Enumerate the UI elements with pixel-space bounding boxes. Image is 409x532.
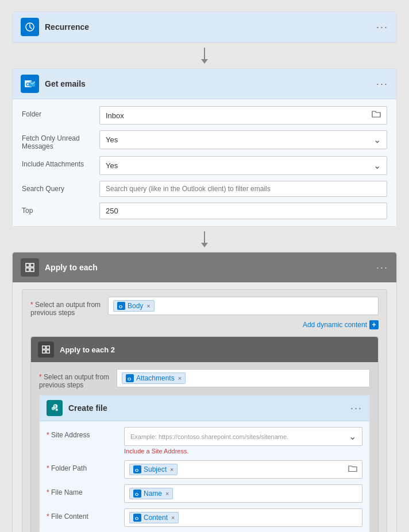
folder-path-control: O Subject × — [124, 460, 362, 479]
site-address-label: Site Address — [47, 427, 124, 439]
recurrence-menu[interactable]: ··· — [376, 21, 388, 33]
get-emails-menu[interactable]: ··· — [376, 78, 388, 90]
svg-rect-5 — [30, 263, 34, 267]
content-token-icon: O — [133, 514, 141, 522]
get-emails-title: Get emails — [45, 79, 376, 88]
apply-select-output-control: O Body × — [108, 297, 379, 315]
apply-select-output-label: Select an output from previous steps — [30, 297, 108, 317]
connector-2 — [201, 227, 208, 252]
subject-token-close[interactable]: × — [170, 466, 173, 473]
file-content-field[interactable]: O Content × — [124, 508, 362, 527]
apply-inner: Select an output from previous steps O B… — [22, 289, 387, 532]
body-token-field[interactable]: O Body × — [108, 297, 379, 315]
svg-rect-6 — [26, 268, 29, 271]
name-token: O Name × — [129, 488, 173, 499]
flow-container: Recurrence ··· O Get emails ··· Fol — [12, 11, 397, 532]
search-query-control — [99, 181, 387, 197]
folder-path-folder-icon — [348, 465, 357, 474]
folder-label: Folder — [22, 106, 99, 118]
apply-to-each-2-title: Apply to each 2 — [60, 345, 359, 354]
site-address-select[interactable]: Example: https://contoso.sharepoint.com/… — [124, 427, 362, 446]
top-label: Top — [22, 203, 99, 215]
body-token-close[interactable]: × — [146, 302, 150, 309]
fetch-unread-select[interactable]: Yes ⌄ — [99, 130, 387, 149]
name-token-label: Name — [144, 490, 162, 498]
svg-rect-11 — [43, 350, 45, 353]
token-outlook-icon: O — [117, 302, 125, 310]
file-content-row: File Content O — [47, 508, 362, 527]
attachments-token-field[interactable]: O Attachments × — [117, 369, 370, 387]
attachments-token-close[interactable]: × — [178, 375, 182, 382]
recurrence-card: Recurrence ··· — [12, 11, 397, 43]
folder-row: Folder Inbox — [22, 106, 387, 125]
include-attachments-control: Yes ⌄ — [99, 156, 387, 175]
apply-icon — [21, 258, 39, 277]
folder-path-field[interactable]: O Subject × — [124, 460, 362, 479]
apply-header: Apply to each ··· — [13, 253, 396, 282]
apply-to-each-2-menu[interactable]: ··· — [359, 344, 371, 356]
apply-2-select-output-control: O Attachments × — [117, 369, 370, 387]
file-content-control: O Content × — [124, 508, 362, 527]
site-address-control: Example: https://contoso.sharepoint.com/… — [124, 427, 362, 455]
get-emails-card: O Get emails ··· Folder Inbox — [12, 68, 397, 227]
get-emails-body: Folder Inbox Fetch Only Unread Messages — [13, 99, 396, 226]
subject-token-label: Subject — [144, 465, 167, 473]
add-dynamic-label: Add dynamic content — [303, 321, 367, 329]
recurrence-header: Recurrence ··· — [13, 12, 396, 42]
top-row: Top 250 — [22, 203, 387, 219]
svg-rect-12 — [47, 350, 49, 353]
svg-text:S: S — [54, 405, 56, 408]
apply-to-each-2-body: Select an output from previous steps O — [31, 362, 378, 532]
name-token-close[interactable]: × — [165, 490, 169, 497]
add-dynamic-plus-icon: + — [369, 320, 379, 329]
apply-to-each-card: Apply to each ··· Select an output from … — [12, 252, 397, 532]
folder-value: Inbox — [106, 111, 124, 120]
search-query-row: Search Query — [22, 181, 387, 197]
apply-select-output-row: Select an output from previous steps O B… — [30, 297, 379, 317]
apply-2-select-output-label: Select an output from previous steps — [39, 369, 117, 389]
svg-text:O: O — [26, 81, 30, 87]
top-input[interactable]: 250 — [99, 203, 387, 219]
top-control: 250 — [99, 203, 387, 219]
apply-title: Apply to each — [45, 263, 376, 272]
apply-menu[interactable]: ··· — [376, 262, 388, 274]
subject-token-icon: O — [133, 465, 141, 473]
svg-text:O: O — [128, 376, 131, 381]
body-token: O Body × — [113, 300, 155, 312]
site-address-row: Site Address Example: https://contoso.sh… — [47, 427, 362, 455]
create-file-title: Create file — [68, 403, 350, 413]
search-query-label: Search Query — [22, 181, 99, 193]
svg-text:O: O — [135, 492, 138, 496]
attachments-token: O Attachments × — [122, 372, 186, 384]
fetch-unread-value: Yes — [106, 135, 118, 144]
recurrence-title: Recurrence — [45, 22, 376, 32]
attachments-token-outlook-icon: O — [126, 374, 134, 382]
apply-to-each-2-card: Apply to each 2 ··· Select an output fro… — [30, 336, 379, 532]
folder-input[interactable]: Inbox — [99, 106, 387, 125]
search-query-input[interactable] — [99, 181, 387, 197]
file-name-row: File Name O — [47, 484, 362, 503]
apply-body: Select an output from previous steps O B… — [13, 282, 396, 532]
svg-text:O: O — [135, 468, 138, 472]
svg-rect-4 — [26, 263, 29, 267]
svg-point-16 — [56, 409, 59, 411]
apply-2-icon — [38, 341, 54, 358]
folder-icon — [372, 110, 381, 121]
site-address-placeholder: Example: https://contoso.sharepoint.com/… — [130, 433, 288, 440]
create-file-menu[interactable]: ··· — [350, 402, 362, 414]
file-name-field[interactable]: O Name × — [124, 484, 362, 503]
include-attachments-label: Include Attachments — [22, 156, 99, 168]
add-dynamic-link[interactable]: Add dynamic content + — [303, 320, 379, 329]
get-emails-header: O Get emails ··· — [13, 69, 396, 99]
create-file-body: Site Address Example: https://contoso.sh… — [40, 421, 369, 532]
svg-text:O: O — [135, 516, 138, 521]
include-attachments-select[interactable]: Yes ⌄ — [99, 156, 387, 175]
content-token-close[interactable]: × — [171, 514, 175, 521]
fetch-unread-row: Fetch Only Unread Messages Yes ⌄ — [22, 130, 387, 150]
file-content-label: File Content — [47, 508, 124, 521]
create-file-card: S Create file ··· Site Address — [39, 395, 370, 532]
svg-rect-7 — [30, 268, 34, 271]
outlook-icon: O — [21, 75, 39, 93]
file-name-control: O Name × — [124, 484, 362, 503]
folder-path-row: Folder Path O — [47, 460, 362, 479]
